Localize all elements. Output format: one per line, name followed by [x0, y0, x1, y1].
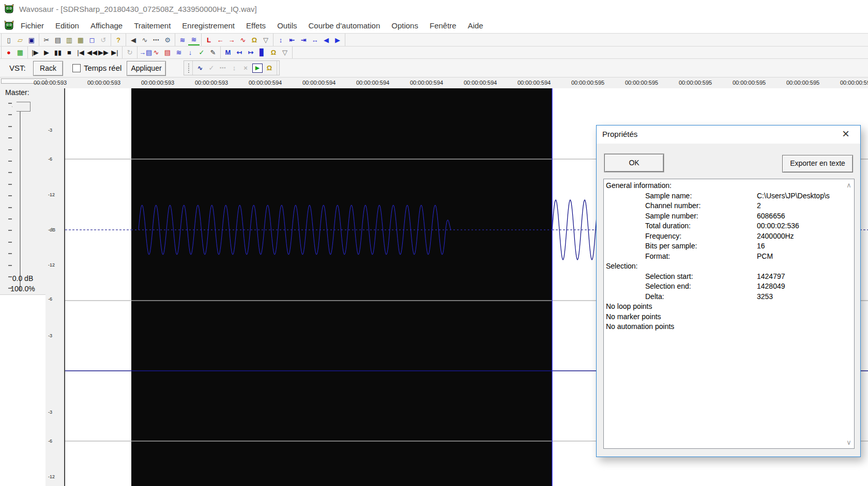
open-file-icon[interactable]: ▱ — [14, 35, 26, 46]
menu-item-enregistrement[interactable]: Enregistrement — [176, 19, 240, 32]
timeline-label: 00:00:00:594 — [249, 80, 282, 86]
play-envelope-icon[interactable]: ▶ — [252, 64, 263, 73]
save-file-icon[interactable]: ▣ — [26, 35, 37, 46]
menu-item-affichage[interactable]: Affichage — [85, 19, 128, 32]
scroll-down-icon[interactable]: ∨ — [845, 438, 852, 446]
next-marker-icon[interactable]: ↦ — [245, 47, 256, 58]
dialog-title: Propriétés — [602, 130, 637, 138]
statistics-icon[interactable]: ∿ — [150, 47, 162, 58]
loop-end-icon[interactable]: → — [226, 35, 237, 46]
property-value: 00:00:02:536 — [757, 221, 799, 231]
toolbar-group: ▯▱▣ — [1, 34, 39, 46]
resample-wave-icon[interactable]: ≋ — [173, 47, 185, 58]
toolbar-group: M↤↦▊Ω▽ — [221, 46, 293, 59]
realtime-checkbox[interactable] — [72, 64, 81, 72]
delete-loop-icon[interactable]: ▽ — [260, 35, 271, 46]
timeline-label: 00:00:00:594 — [410, 80, 443, 86]
master-slider-tick — [8, 126, 12, 127]
pause-icon[interactable]: ▮▮ — [52, 47, 64, 58]
zoom-selection-icon[interactable]: ↔ — [309, 35, 321, 46]
lock-markers-icon[interactable]: Ω — [268, 47, 279, 58]
previous-marker-icon[interactable]: ↤ — [234, 47, 245, 58]
previous-view-icon[interactable]: ◀ — [321, 35, 332, 46]
timeline-ruler[interactable]: 00:00:00:59300:00:00:59300:00:00:59300:0… — [0, 77, 868, 89]
automation-toolbar: ∿✓⋯↕×▶Ω — [184, 60, 280, 75]
property-value: 2 — [757, 201, 761, 211]
menu-item-edition[interactable]: Edition — [50, 19, 85, 32]
audio-settings-wrench-icon[interactable]: ⚙ — [162, 35, 173, 46]
vst-rack-button[interactable]: Rack — [33, 61, 63, 76]
audio-output-icon[interactable]: ◀ — [128, 35, 139, 46]
envelope-curve-icon[interactable]: ∿ — [194, 62, 206, 74]
delete-markers-icon[interactable]: ▽ — [279, 47, 291, 58]
fit-vertical-icon[interactable]: ≋ — [177, 35, 188, 46]
select-region-icon[interactable]: ◻ — [86, 35, 98, 46]
timeline-label: 00:00:00:594 — [517, 80, 551, 86]
fit-selection-icon[interactable]: ≋ — [188, 35, 200, 45]
paste-icon[interactable]: ▥ — [64, 35, 75, 46]
master-slider-tick — [8, 103, 12, 104]
close-icon[interactable]: × — [839, 127, 853, 141]
loop-wave-icon[interactable]: ∿ — [237, 35, 249, 46]
lock-loop-icon[interactable]: Ω — [249, 35, 260, 46]
lock-envelope-icon[interactable]: Ω — [264, 62, 275, 74]
property-label: Selection end: — [604, 282, 691, 290]
export-text-button[interactable]: Exporter en texte — [782, 155, 853, 173]
ok-button[interactable]: OK — [604, 154, 664, 172]
menu-item-options[interactable]: Options — [386, 19, 424, 32]
new-file-icon[interactable]: ▯ — [3, 35, 14, 46]
insert-silence-icon[interactable]: ↓ — [185, 47, 196, 58]
menu-item-fen-tre[interactable]: Fenêtre — [424, 19, 462, 32]
draw-pencil-icon[interactable]: ✎ — [207, 47, 219, 58]
batch-process-icon[interactable]: ✓ — [196, 47, 207, 58]
go-to-end-icon[interactable]: ▶| — [109, 47, 120, 58]
loop-point-icon[interactable]: L — [203, 35, 215, 46]
master-slider-handle[interactable] — [12, 102, 31, 112]
toolbar-group: ? — [111, 34, 126, 46]
properties-list[interactable]: General information:Sample name:C:\Users… — [603, 179, 855, 449]
stop-icon[interactable]: ■ — [64, 47, 75, 58]
copy-icon[interactable]: ▤ — [52, 35, 64, 46]
menu-item-traitement[interactable]: Traitement — [128, 19, 176, 32]
master-slider-tick — [8, 276, 12, 277]
vst-apply-button[interactable]: Appliquer — [127, 61, 166, 76]
marker-selection-icon[interactable]: ▊ — [256, 47, 268, 58]
properties-row: Channel number:2 — [604, 201, 854, 211]
vu-meter-icon[interactable]: ▦ — [14, 47, 26, 58]
marker-icon[interactable]: M — [222, 47, 234, 58]
record-icon[interactable]: ● — [3, 47, 14, 58]
fast-forward-icon[interactable]: ▶▶ — [98, 47, 109, 58]
audio-connection-icon[interactable]: ∿ — [139, 35, 150, 46]
zoom-selection-start-icon[interactable]: ⇤ — [286, 35, 298, 46]
timeline-label: 00:00:00:593 — [34, 80, 67, 86]
paste-new-icon[interactable]: ▦ — [75, 35, 86, 46]
menu-item-outils[interactable]: Outils — [271, 19, 302, 32]
zoom-selection-end-icon[interactable]: ⇥ — [298, 35, 309, 46]
play-from-cursor-icon[interactable]: |▶ — [29, 47, 41, 58]
master-slider-track[interactable] — [20, 106, 21, 291]
play-icon[interactable]: ▶ — [41, 47, 52, 58]
realtime-label: Temps réel — [84, 64, 121, 72]
rewind-icon[interactable]: ◀◀ — [86, 47, 98, 58]
help-icon[interactable]: ? — [113, 35, 124, 46]
cut-icon[interactable]: ✂ — [41, 35, 52, 46]
go-to-start-icon[interactable]: |◀ — [75, 47, 86, 58]
zoom-vertical-wave-icon[interactable]: ↕ — [275, 35, 286, 46]
dialog-title-bar[interactable]: Propriétés × — [597, 126, 860, 144]
scroll-up-icon[interactable]: ∧ — [845, 181, 852, 189]
menu-item-effets[interactable]: Effets — [240, 19, 271, 32]
menu-item-courbe-d-automation[interactable]: Courbe d'automation — [302, 19, 386, 32]
menu-item-fichier[interactable]: Fichier — [15, 19, 50, 32]
properties-row: Delta:3253 — [604, 292, 854, 302]
master-percent-value: 100.0% — [0, 285, 45, 293]
wavosaur-app-icon[interactable] — [4, 4, 14, 13]
midi-io-icon[interactable]: ⋯ — [150, 35, 162, 46]
loop-start-icon[interactable]: ← — [215, 35, 226, 46]
property-value: C:\Users\JP\Desktop\s — [757, 191, 830, 201]
insert-audio-icon[interactable]: →▤ — [139, 47, 150, 58]
apply-envelope-icon: ✓ — [206, 62, 217, 74]
menu-item-aide[interactable]: Aide — [462, 19, 489, 32]
next-view-icon[interactable]: ▶ — [332, 35, 343, 46]
document-system-icon[interactable] — [4, 21, 14, 30]
export-document-icon[interactable]: ▤ — [162, 47, 173, 58]
